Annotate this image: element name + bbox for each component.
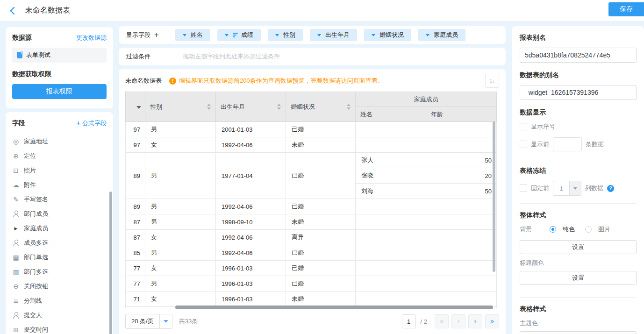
field-item[interactable]: 提交人 [12,308,107,322]
overall-style-title: 整体样式 [520,211,637,220]
sort-toggle-icon[interactable] [207,104,211,110]
next-page-button[interactable] [468,314,482,328]
show-first-checkbox[interactable] [520,141,527,148]
last-page-button[interactable] [485,314,499,328]
field-item[interactable]: ⊖关闭按钮 [12,279,107,293]
datasource-item[interactable]: 表单测试 [12,48,107,63]
sort-toggle-icon[interactable] [347,104,351,110]
add-formula-field-link[interactable]: +公式字段 [76,119,107,128]
field-label: 关闭按钮 [24,282,48,291]
field-chip[interactable]: 姓名 [175,29,210,41]
table-cell [426,122,497,137]
plus-icon: + [76,119,80,127]
field-label: 定位 [24,152,36,160]
change-datasource-link[interactable]: 更改数据源 [76,34,107,42]
theme-color-set-button[interactable]: 设置 [520,331,637,334]
column-header[interactable]: 婚姻状况 [286,92,356,122]
sort-toggle-icon[interactable] [277,104,281,110]
table-cell: 已婚 [286,261,356,276]
chevron-down-icon[interactable] [426,34,429,36]
chevron-down-icon[interactable] [317,34,321,36]
background-set-button[interactable]: 设置 [520,240,637,254]
field-item[interactable]: ≡分割线 [12,293,107,308]
table-row: 97男2001-01-03已婚 [126,122,497,137]
total-count: 共33条 [179,317,198,326]
show-first-count-input[interactable] [553,137,582,151]
table-cell: 1996-01-03 [216,291,286,307]
table-vertical-scrollbar[interactable] [493,121,495,272]
back-icon[interactable] [10,7,18,14]
page-size-select[interactable]: 20 条/页 [125,314,172,329]
chevron-down-icon[interactable] [372,34,375,36]
table-cell [426,230,497,245]
field-label: 家庭成员 [24,224,48,233]
sort-order-button[interactable]: 1↓ [485,74,499,88]
title-color-set-button[interactable]: 设置 [520,271,637,285]
table-alias-input[interactable] [520,85,637,100]
freeze-cols-select[interactable]: 1 [553,181,581,196]
add-display-field-icon[interactable]: + [154,31,158,39]
table-cell: 男 [145,153,216,199]
field-item[interactable]: ☁附件 [12,178,107,192]
freeze-label: 固定前 [531,184,549,192]
submitter-icon [12,312,20,319]
prev-page-button[interactable] [451,314,465,328]
table-cell: 89 [126,153,145,199]
field-chip[interactable]: 成绩 [217,29,261,41]
column-label: 性别 [150,103,162,111]
field-item[interactable]: ▥部门多选 [12,264,107,279]
table-cell: 1992-04-06 [216,245,286,261]
sub-column-header: 年龄 [426,107,497,122]
column-header[interactable]: 性别 [145,92,216,122]
divider [520,203,637,204]
image-radio[interactable] [585,226,592,233]
save-button[interactable]: 保存 [608,2,644,16]
report-permission-button[interactable]: 报表权限 [12,84,107,99]
table-cell: 97 [126,122,145,137]
members-multi-icon [12,240,20,246]
report-alias-input[interactable] [520,48,637,63]
field-label: 附件 [24,181,36,189]
table-cell: 2001-01-03 [216,122,286,137]
first-page-button[interactable] [435,314,449,328]
current-page-input[interactable]: 1 [402,314,416,328]
chevron-down-icon[interactable] [183,34,186,36]
field-item[interactable]: 部门成员 [12,206,107,221]
field-item[interactable]: ◎家庭地址 [12,134,107,149]
table-horizontal-scrollbar[interactable] [175,306,493,309]
field-chip[interactable]: 家庭成员 [418,29,465,41]
table-row: 77女1996-01-03已婚 [126,261,497,276]
field-item[interactable]: ⊕定位 [12,149,107,163]
divider [520,159,637,159]
field-item[interactable]: ▤部门单选 [12,250,107,264]
datasource-title: 数据源 [12,34,32,42]
field-chip[interactable]: 性别 [268,29,303,41]
help-icon[interactable] [607,185,614,192]
show-index-checkbox[interactable] [520,123,527,130]
warning-text: 编辑界面只取数据源前200条作为查询数据预览，完整数据请访问页面查看。 [179,77,384,85]
table-cell: 男 [145,214,216,230]
filter-drop-placeholder[interactable]: 拖动左侧字段到此处来添加过滤条件 [183,52,280,61]
chevron-down-icon[interactable] [225,34,229,36]
sidebar-scrollbar[interactable] [109,192,112,334]
field-chip[interactable]: 婚姻状况 [364,29,411,41]
field-item[interactable]: ✎手写签名 [12,192,107,206]
field-label: 提交时间 [24,326,48,334]
field-item[interactable]: ▶家庭成员 [12,221,107,235]
table-panel: 未命名数据表 ! 编辑界面只取数据源前200条作为查询数据预览，完整数据请访问页… [119,69,506,334]
table-cell [426,245,497,261]
score-column-header[interactable] [126,92,145,122]
column-header[interactable]: 出生年月 [216,92,286,122]
field-chip[interactable]: 出生年月 [310,29,357,41]
chevron-down-icon[interactable] [275,34,279,36]
solid-color-radio[interactable] [550,226,556,233]
page-title[interactable]: 未命名数据表 [25,6,70,18]
field-item[interactable]: 成员多选 [12,235,107,250]
field-label: 成员多选 [24,239,48,247]
table-cell: 已婚 [286,153,356,199]
table-cell: 1992-04-06 [216,137,286,153]
filter-card: 过滤条件 拖动左侧字段到此处来添加过滤条件 [119,48,506,65]
freeze-checkbox[interactable] [520,185,527,192]
field-item[interactable]: ⊡照片 [12,163,107,178]
field-item[interactable]: ⊞提交时间 [12,322,107,334]
